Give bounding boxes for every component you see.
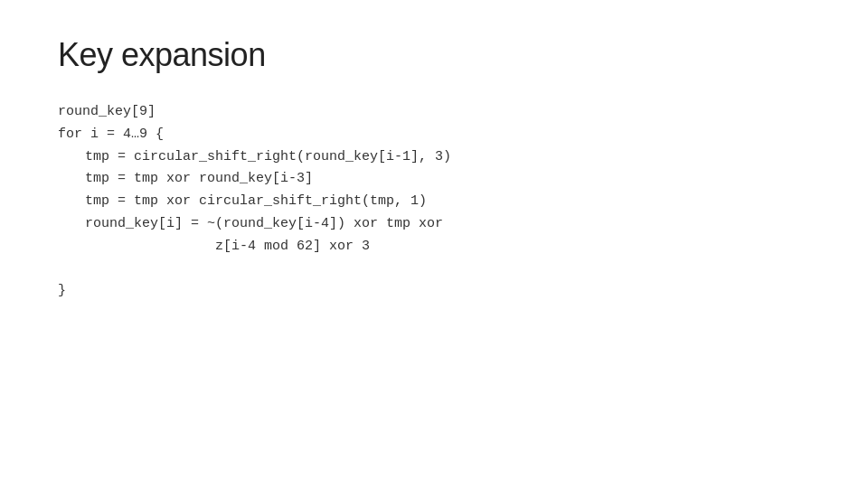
code-line-7: z[i-4 mod 62] xor 3 [58,236,810,258]
code-line-6: round_key[i] = ~(round_key[i-4]) xor tmp… [58,213,810,236]
code-blank-line [58,258,810,280]
code-line-1: round_key[9] [58,101,810,124]
code-line-8: } [58,280,810,303]
code-block: round_key[9] for i = 4…9 { tmp = circula… [58,101,810,303]
page-title: Key expansion [58,36,810,74]
code-line-4: tmp = tmp xor round_key[i-3] [58,168,810,191]
code-line-2: for i = 4…9 { [58,124,810,146]
page-container: Key expansion round_key[9] for i = 4…9 {… [0,0,868,488]
code-line-3: tmp = circular_shift_right(round_key[i-1… [58,146,810,169]
code-line-5: tmp = tmp xor circular_shift_right(tmp, … [58,191,810,213]
